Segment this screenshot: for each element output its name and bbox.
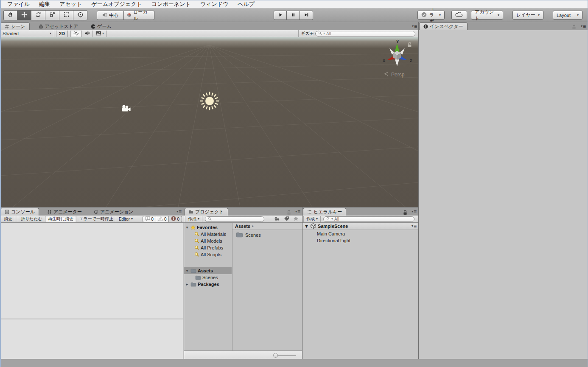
tab-inspector[interactable]: インスペクター	[419, 22, 468, 30]
space-label: ローカル	[133, 9, 151, 22]
pause-button[interactable]	[287, 11, 300, 20]
play-controls-group	[274, 11, 313, 20]
account-dropdown[interactable]: アカウント ▾	[471, 11, 503, 20]
slider-knob[interactable]	[273, 353, 278, 358]
disclosure-triangle-icon[interactable]: ►	[185, 283, 189, 286]
tab-animator[interactable]: アニメーター	[43, 208, 86, 216]
project-status-bar	[184, 350, 302, 359]
layout-dropdown[interactable]: Layout ▾	[553, 11, 582, 20]
assets-root-row[interactable]: ▼ Assets	[184, 267, 232, 274]
tab-console[interactable]: コンソール	[0, 208, 39, 216]
menu-help[interactable]: ヘルプ	[233, 0, 259, 8]
step-button[interactable]	[300, 11, 313, 20]
favorite-item-label: All Prefabs	[201, 245, 223, 250]
favorite-all-prefabs[interactable]: All Prefabs	[184, 244, 232, 251]
hierarchy-panel-menu-icon[interactable]: ▾≡	[412, 209, 416, 215]
pivot-toggle-button[interactable]: 中心	[97, 11, 124, 20]
project-search-label-button[interactable]	[284, 216, 289, 222]
favorite-all-materials[interactable]: All Materials	[184, 231, 232, 238]
tab-project[interactable]: プロジェクト	[185, 208, 228, 216]
console-panel-menu-icon[interactable]: ▾≡	[176, 209, 181, 215]
error-count-button[interactable]: 0	[169, 216, 182, 222]
console-log-area[interactable]	[0, 223, 183, 319]
favorite-all-scripts[interactable]: All Scripts	[184, 251, 232, 258]
project-search-favorites-button[interactable]	[293, 216, 299, 222]
console-panel: コンソール アニメーター アニメーション ▾≡ 消去 折りたたむ 再生時に消去	[0, 207, 184, 359]
tab-hierarchy[interactable]: ヒエラルキー	[303, 208, 346, 216]
console-error-pause-button[interactable]: エラーで一時停止	[76, 216, 116, 222]
animator-icon	[47, 210, 52, 214]
console-detail-area[interactable]	[0, 319, 183, 359]
space-toggle-button[interactable]: ローカル	[124, 11, 154, 20]
disclosure-triangle-icon[interactable]: ▼	[185, 269, 189, 273]
hand-icon	[7, 11, 14, 20]
console-collapse-button[interactable]: 折りたたむ	[18, 216, 45, 222]
disclosure-triangle-icon[interactable]: ▼	[304, 224, 309, 229]
menu-component[interactable]: コンポーネント	[147, 0, 196, 8]
camera-gizmo-icon[interactable]	[120, 104, 132, 115]
scene-header-row[interactable]: ▼ SampleScene ▾≡	[302, 223, 418, 230]
rect-tool-button[interactable]	[59, 10, 73, 20]
collab-button[interactable]: コラボ ▾	[417, 11, 445, 20]
error-pause-label: エラーで一時停止	[79, 216, 113, 222]
scene-viewport[interactable]: y x z Persp	[0, 37, 418, 207]
project-create-dropdown[interactable]: 作成 ▾	[185, 216, 202, 222]
project-panel-menu-icon[interactable]: ▾≡	[295, 209, 300, 215]
hierarchy-item-label: Main Camera	[317, 231, 345, 236]
scale-tool-button[interactable]	[45, 10, 59, 20]
scene-search-input[interactable]: ▾ All	[315, 31, 415, 36]
sun-toggle-icon	[73, 31, 79, 37]
play-button[interactable]	[274, 11, 287, 20]
project-search-input[interactable]	[205, 216, 264, 222]
project-search-type-button[interactable]	[274, 216, 280, 222]
tab-asset-store[interactable]: アセットストア	[35, 22, 82, 30]
favorites-root[interactable]: ▼ Favorites	[184, 224, 232, 231]
inspector-panel-menu-icon[interactable]: ▾≡	[581, 23, 585, 29]
folder-icon	[190, 282, 196, 287]
menu-window[interactable]: ウィンドウ	[196, 0, 233, 8]
assets-scenes-row[interactable]: Scenes	[184, 274, 232, 281]
transform-tool-button[interactable]	[73, 10, 87, 20]
hierarchy-panel: ヒエラルキー ▾≡ 作成 ▾ ▾ All ▼ SampleScene ▾≡ Ma…	[302, 207, 418, 359]
cloud-button[interactable]	[451, 11, 467, 20]
scene-lighting-button[interactable]	[70, 31, 82, 37]
hierarchy-search-input[interactable]: ▾ All	[323, 216, 414, 222]
scene-header-menu-icon[interactable]: ▾≡	[412, 223, 416, 229]
move-icon	[21, 11, 28, 20]
2d-toggle-button[interactable]: 2D	[56, 31, 68, 37]
tab-game[interactable]: ゲーム	[87, 22, 115, 30]
hierarchy-create-dropdown[interactable]: 作成 ▾	[303, 216, 321, 222]
warning-count-button[interactable]: 0	[156, 216, 169, 222]
scene-panel-menu-icon[interactable]: ▾≡	[412, 23, 417, 29]
sun-light-gizmo-icon[interactable]	[199, 91, 220, 113]
hierarchy-search-value: All	[334, 217, 339, 221]
menu-gameobject[interactable]: ゲームオブジェクト	[87, 0, 146, 8]
packages-root-row[interactable]: ► Packages	[184, 281, 232, 288]
thumbnail-size-slider[interactable]	[274, 355, 296, 356]
hierarchy-item-main-camera[interactable]: Main Camera	[302, 230, 418, 237]
viewport-lock-icon[interactable]	[407, 42, 412, 49]
tab-scene[interactable]: シーン	[0, 22, 30, 30]
layers-dropdown[interactable]: レイヤー ▾	[512, 11, 543, 20]
project-breadcrumb[interactable]: Assets ▸	[232, 223, 302, 230]
tab-animation[interactable]: アニメーション	[90, 208, 137, 216]
console-clear-button[interactable]: 消去	[1, 216, 15, 222]
draw-mode-dropdown[interactable]: Shaded ▾	[0, 30, 54, 37]
rotate-tool-button[interactable]	[31, 10, 45, 20]
favorite-all-models[interactable]: All Models	[184, 238, 232, 244]
console-editor-dropdown[interactable]: Editor ▾	[116, 216, 135, 222]
project-item-scenes[interactable]: Scenes	[232, 232, 302, 238]
info-count-button[interactable]: 0	[143, 216, 156, 222]
menu-file[interactable]: ファイル	[3, 0, 34, 8]
menu-edit[interactable]: 編集	[34, 0, 55, 8]
hierarchy-toolbar: 作成 ▾ ▾ All	[302, 216, 418, 223]
hierarchy-item-directional-light[interactable]: Directional Light	[302, 237, 418, 244]
disclosure-triangle-icon[interactable]: ▼	[185, 226, 189, 230]
move-tool-button[interactable]	[17, 10, 31, 20]
scene-audio-button[interactable]	[82, 31, 93, 37]
persp-mode-toggle[interactable]: Persp	[384, 71, 404, 78]
hand-tool-button[interactable]	[3, 10, 17, 20]
menu-assets[interactable]: アセット	[55, 0, 87, 8]
scene-effects-dropdown[interactable]: ▾	[93, 31, 107, 37]
console-clear-on-play-button[interactable]: 再生時に消去	[45, 216, 76, 222]
